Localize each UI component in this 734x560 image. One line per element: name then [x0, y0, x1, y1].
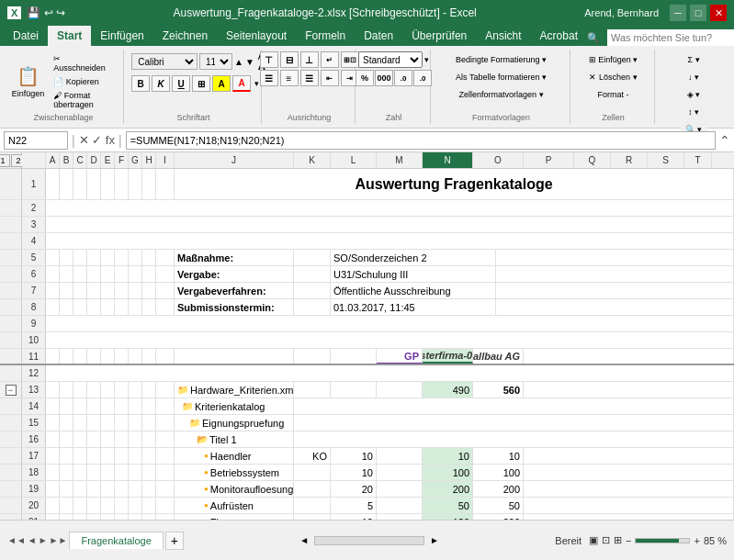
- first-sheet-btn[interactable]: ◄◄: [7, 535, 26, 545]
- cell-6-value[interactable]: U31/Schulung III: [331, 266, 496, 282]
- close-button[interactable]: ✕: [710, 5, 727, 21]
- cell-6D[interactable]: [87, 266, 101, 282]
- cell-11E[interactable]: [101, 349, 115, 364]
- cell-18B[interactable]: [60, 465, 73, 480]
- cell-5-rest[interactable]: [496, 250, 734, 265]
- cell-17-musterfirma[interactable]: 10: [423, 448, 473, 464]
- cell-18-metallbau[interactable]: 100: [473, 465, 524, 480]
- scroll-left-btn[interactable]: ◄: [299, 535, 309, 545]
- cell-16-name[interactable]: 📂 Titel 1: [175, 431, 294, 447]
- summe-btn[interactable]: Σ ▾: [683, 51, 704, 68]
- dec-dec-btn[interactable]: .0: [413, 70, 432, 86]
- cell-13F[interactable]: [115, 382, 129, 398]
- sheet-title-cell[interactable]: Auswertung Fragenkataloge: [175, 169, 734, 199]
- cell-8I[interactable]: [156, 299, 175, 315]
- merge-button[interactable]: ⊞⊡: [341, 51, 359, 68]
- cell-18K[interactable]: [294, 465, 331, 480]
- cell-15H[interactable]: [142, 415, 156, 431]
- border-button[interactable]: ⊞: [192, 75, 210, 92]
- fill-btn[interactable]: ↓ ▾: [683, 69, 704, 85]
- cell-20-name[interactable]: ● Aufrüsten: [175, 498, 294, 513]
- zellenformatvorlagen-btn[interactable]: Zellenformatvorlagen ▾: [454, 86, 548, 103]
- einfuegen-button[interactable]: 📋 Einfügen: [9, 56, 47, 107]
- kopieren-button[interactable]: 📄 Kopieren: [49, 73, 118, 90]
- cell-8A[interactable]: [46, 299, 60, 315]
- font-name-select[interactable]: Calibri: [131, 53, 198, 70]
- cell-5A[interactable]: [46, 250, 60, 265]
- cell-6A[interactable]: [46, 266, 60, 282]
- cell-11J[interactable]: [175, 349, 294, 364]
- cell-13-name[interactable]: 📁 Hardware_Kriterien.xml: [175, 382, 294, 398]
- ausschneiden-button[interactable]: ✂ Ausschneiden: [49, 55, 118, 72]
- cell-20G[interactable]: [129, 498, 142, 513]
- col-header-S[interactable]: S: [648, 152, 684, 168]
- cell-20H[interactable]: [142, 498, 156, 513]
- cell-19B[interactable]: [60, 481, 73, 497]
- cell-1A[interactable]: [46, 169, 60, 199]
- outline-minus-13[interactable]: −: [6, 385, 17, 396]
- cell-11-metallbau[interactable]: Metallbau AG RIB: [473, 349, 524, 364]
- cell-6E[interactable]: [101, 266, 115, 282]
- percent-btn[interactable]: %: [356, 70, 374, 86]
- font-size-up[interactable]: ▲: [234, 57, 243, 67]
- col-header-R[interactable]: R: [611, 152, 648, 168]
- cell-6B[interactable]: [60, 266, 73, 282]
- cell-7A[interactable]: [46, 283, 60, 298]
- cell-17G[interactable]: [129, 448, 142, 464]
- cell-17F[interactable]: [115, 448, 129, 464]
- cell-19H[interactable]: [142, 481, 156, 497]
- cell-17-type[interactable]: KO: [294, 448, 331, 464]
- cell-7K[interactable]: [294, 283, 331, 298]
- cell-21E[interactable]: [101, 514, 115, 520]
- cell-15A[interactable]: [46, 415, 60, 431]
- align-middle-button[interactable]: ⊟: [280, 51, 299, 68]
- cell-20-gp[interactable]: 5: [331, 498, 377, 513]
- wrap-text-button[interactable]: ↵: [321, 51, 339, 68]
- cell-12[interactable]: [46, 365, 734, 381]
- cell-11F[interactable]: [115, 349, 129, 364]
- cell-14H[interactable]: [142, 398, 156, 414]
- cell-13K[interactable]: [294, 382, 331, 398]
- cell-16B[interactable]: [60, 431, 73, 447]
- cell-8-rest[interactable]: [496, 299, 734, 315]
- underline-button[interactable]: U: [172, 75, 190, 92]
- cell-10[interactable]: [46, 332, 734, 348]
- cell-8D[interactable]: [87, 299, 101, 315]
- cell-21F[interactable]: [115, 514, 129, 520]
- cell-15B[interactable]: [60, 415, 73, 431]
- col-header-D[interactable]: D: [87, 152, 101, 168]
- cell-5C[interactable]: [73, 250, 87, 265]
- cell-20C[interactable]: [73, 498, 87, 513]
- col-header-J[interactable]: J: [175, 152, 294, 168]
- cell-20D[interactable]: [87, 498, 101, 513]
- cell-11D[interactable]: [87, 349, 101, 364]
- cell-19-metallbau[interactable]: 200: [473, 481, 524, 497]
- cell-1I[interactable]: [156, 169, 175, 199]
- col-header-F[interactable]: F: [115, 152, 129, 168]
- col-header-M[interactable]: M: [377, 152, 423, 168]
- cell-18E[interactable]: [101, 465, 115, 480]
- cell-14G[interactable]: [129, 398, 142, 414]
- cell-8F[interactable]: [115, 299, 129, 315]
- cell-5-value[interactable]: SO/Sonderzeichen 2: [331, 250, 496, 265]
- format-btn[interactable]: Format -: [593, 86, 633, 103]
- col-header-N[interactable]: N: [423, 152, 473, 168]
- col-header-O[interactable]: O: [473, 152, 524, 168]
- cell-13B[interactable]: [60, 382, 73, 398]
- cell-6C[interactable]: [73, 266, 87, 282]
- bold-button[interactable]: B: [131, 75, 150, 92]
- cell-7C[interactable]: [73, 283, 87, 298]
- cell-20E[interactable]: [101, 498, 115, 513]
- cell-21G[interactable]: [129, 514, 142, 520]
- cell-17-rest[interactable]: [524, 448, 734, 464]
- cell-5D[interactable]: [87, 250, 101, 265]
- cell-15I[interactable]: [156, 415, 175, 431]
- cell-18-gp2[interactable]: [377, 465, 423, 480]
- cell-21-musterfirma[interactable]: 130: [423, 514, 473, 520]
- col-header-G[interactable]: G: [129, 152, 142, 168]
- italic-button[interactable]: K: [152, 75, 170, 92]
- search-input[interactable]: [607, 29, 734, 46]
- einfuegen-zellen-btn[interactable]: ⊞ Einfügen ▾: [584, 51, 643, 68]
- cell-5G[interactable]: [129, 250, 142, 265]
- cell-18I[interactable]: [156, 465, 175, 480]
